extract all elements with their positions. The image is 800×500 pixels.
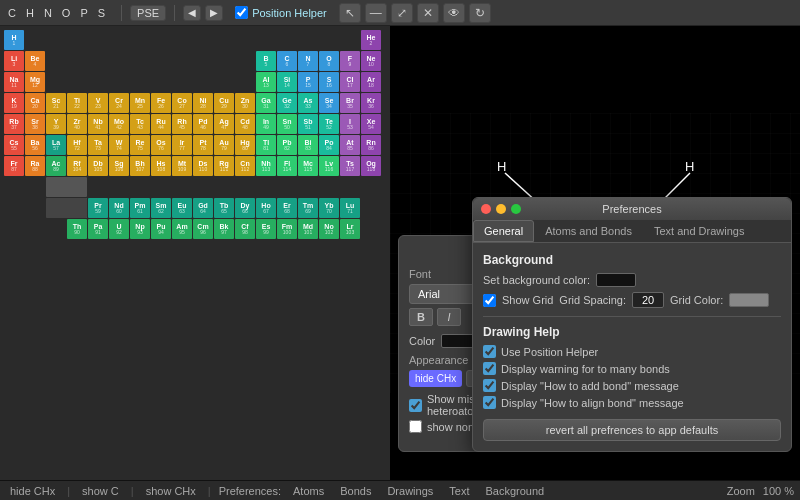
element-Pb[interactable]: Pb82	[277, 135, 297, 155]
element-Te[interactable]: Te52	[319, 114, 339, 134]
elem-p[interactable]: P	[78, 6, 89, 20]
element-Po[interactable]: Po84	[319, 135, 339, 155]
element-N[interactable]: N7	[298, 51, 318, 71]
maximize-button[interactable]	[511, 204, 521, 214]
element-Ra[interactable]: Ra88	[25, 156, 45, 176]
element-Rb[interactable]: Rb37	[4, 114, 24, 134]
element-Md[interactable]: Md101	[298, 219, 318, 239]
element-Og[interactable]: Og118	[361, 156, 381, 176]
element-Am[interactable]: Am95	[172, 219, 192, 239]
tab-general[interactable]: General	[473, 220, 534, 242]
element-Mn[interactable]: Mn25	[130, 93, 150, 113]
minimize-button[interactable]	[496, 204, 506, 214]
elem-h[interactable]: H	[24, 6, 36, 20]
element-Co[interactable]: Co27	[172, 93, 192, 113]
element-Cm[interactable]: Cm96	[193, 219, 213, 239]
nav-next-button[interactable]: ▶	[205, 5, 223, 21]
element-I[interactable]: I53	[340, 114, 360, 134]
element-La[interactable]: La57	[46, 135, 66, 155]
element-Gd[interactable]: Gd64	[193, 198, 213, 218]
element-Ir[interactable]: Ir77	[172, 135, 192, 155]
element-Lv[interactable]: Lv116	[319, 156, 339, 176]
use-position-helper-checkbox[interactable]	[483, 345, 496, 358]
molecule-viewer[interactable]: Cu O O O O H H H H H H H H Atom	[390, 26, 800, 480]
element-Bh[interactable]: Bh107	[130, 156, 150, 176]
element-Ge[interactable]: Ge32	[277, 93, 297, 113]
element-Sm[interactable]: Sm62	[151, 198, 171, 218]
element-P[interactable]: P15	[298, 72, 318, 92]
element-Eu[interactable]: Eu63	[172, 198, 192, 218]
element-Bi[interactable]: Bi83	[298, 135, 318, 155]
bond-tool[interactable]: —	[365, 3, 387, 23]
element-He[interactable]: He2	[361, 30, 381, 50]
italic-button[interactable]: I	[437, 308, 461, 326]
close-button[interactable]	[481, 204, 491, 214]
element-U[interactable]: U92	[109, 219, 129, 239]
element-Dy[interactable]: Dy66	[235, 198, 255, 218]
element-Db[interactable]: Db105	[88, 156, 108, 176]
element-B[interactable]: B5	[256, 51, 276, 71]
elem-o[interactable]: O	[60, 6, 73, 20]
show-grid-checkbox[interactable]	[483, 294, 496, 307]
element-Br[interactable]: Br35	[340, 93, 360, 113]
element-Es[interactable]: Es99	[256, 219, 276, 239]
bg-color-swatch[interactable]	[596, 273, 636, 287]
element-C[interactable]: C6	[277, 51, 297, 71]
element-At[interactable]: At85	[340, 135, 360, 155]
grid-spacing-input[interactable]	[632, 292, 664, 308]
element-Nb[interactable]: Nb41	[88, 114, 108, 134]
element-Os[interactable]: Os76	[151, 135, 171, 155]
element-Tm[interactable]: Tm69	[298, 198, 318, 218]
element-Fm[interactable]: Fm100	[277, 219, 297, 239]
electron-pairs-checkbox[interactable]	[409, 420, 422, 433]
element-Hg[interactable]: Hg80	[235, 135, 255, 155]
element-Tl[interactable]: Tl81	[256, 135, 276, 155]
element-Pm[interactable]: Pm61	[130, 198, 150, 218]
element-Nd[interactable]: Nd60	[109, 198, 129, 218]
element-Sg[interactable]: Sg106	[109, 156, 129, 176]
show-chx-item[interactable]: show CHx	[142, 485, 200, 497]
element-Ar[interactable]: Ar18	[361, 72, 381, 92]
element-Zr[interactable]: Zr40	[67, 114, 87, 134]
element-Sr[interactable]: Sr38	[25, 114, 45, 134]
atoms-item[interactable]: Atoms	[289, 485, 328, 497]
element-Ts[interactable]: Ts117	[340, 156, 360, 176]
element-Fl[interactable]: Fl114	[277, 156, 297, 176]
element-Si[interactable]: Si14	[277, 72, 297, 92]
element-As[interactable]: As33	[298, 93, 318, 113]
element-In[interactable]: In49	[256, 114, 276, 134]
element-Li[interactable]: Li3	[4, 51, 24, 71]
element-Rn[interactable]: Rn86	[361, 135, 381, 155]
element-Cl[interactable]: Cl17	[340, 72, 360, 92]
tab-text-drawings[interactable]: Text and Drawings	[643, 220, 756, 242]
element-Cu[interactable]: Cu29	[214, 93, 234, 113]
elem-c[interactable]: C	[6, 6, 18, 20]
element-Zn[interactable]: Zn30	[235, 93, 255, 113]
display-warning-checkbox[interactable]	[483, 362, 496, 375]
element-Cr[interactable]: Cr24	[109, 93, 129, 113]
element-Ba[interactable]: Ba56	[25, 135, 45, 155]
element-Ti[interactable]: Ti22	[67, 93, 87, 113]
element-Ac[interactable]: Ac89	[46, 156, 66, 176]
missing-h-checkbox[interactable]	[409, 399, 422, 412]
bonds-item[interactable]: Bonds	[336, 485, 375, 497]
element-Rg[interactable]: Rg111	[214, 156, 234, 176]
element-Ho[interactable]: Ho67	[256, 198, 276, 218]
display-add-bond-checkbox[interactable]	[483, 379, 496, 392]
element-Np[interactable]: Np93	[130, 219, 150, 239]
element-Xe[interactable]: Xe54	[361, 114, 381, 134]
drawings-item[interactable]: Drawings	[383, 485, 437, 497]
element-Rf[interactable]: Rf104	[67, 156, 87, 176]
hide-chx-item[interactable]: hide CHx	[6, 485, 59, 497]
element-Kr[interactable]: Kr36	[361, 93, 381, 113]
element-Pt[interactable]: Pt78	[193, 135, 213, 155]
eye-tool[interactable]: 👁	[443, 3, 465, 23]
element-Rh[interactable]: Rh45	[172, 114, 192, 134]
element-Au[interactable]: Au79	[214, 135, 234, 155]
element-Hs[interactable]: Hs108	[151, 156, 171, 176]
element-Re[interactable]: Re75	[130, 135, 150, 155]
element-Fr[interactable]: Fr87	[4, 156, 24, 176]
element-F[interactable]: F9	[340, 51, 360, 71]
element-Ta[interactable]: Ta73	[88, 135, 108, 155]
element-Lu[interactable]: Lu71	[340, 198, 360, 218]
